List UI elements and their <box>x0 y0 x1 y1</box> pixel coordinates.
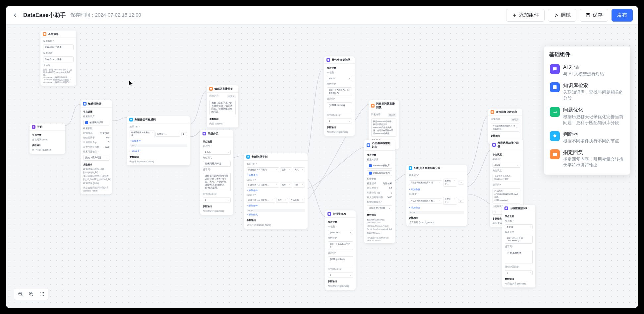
zoom-in-icon <box>29 291 34 297</box>
plus-icon <box>512 13 517 18</box>
debug-button[interactable]: 调试 <box>548 9 576 22</box>
node-judge-has-paragraph[interactable]: 判断是否查询到有分段 如果 (IF) * 产品咨询检索知识库 > 满…长度大于…… <box>406 165 467 226</box>
zoom-out-button[interactable] <box>17 290 24 298</box>
node-judge-sensitive[interactable]: 判断是否有敏感词 如果 (IF) * 敏感词检索 > 检索结果长度大于…1 + … <box>127 116 190 165</box>
fit-icon <box>39 291 44 297</box>
panel-title: 基础组件 <box>548 51 626 58</box>
node-direct-reply[interactable]: 直接回复分段内容 回复内容自定义 产品咨询检索知识库 > 满足直接回… 参数输出… <box>488 109 522 144</box>
kb-icon <box>367 143 370 147</box>
svg-rect-10 <box>492 111 494 113</box>
node-sensitive-kb[interactable]: 敏感词检索 节点设置 检索知识库 敏感词知识库 检索参数 检索模式向量检索 相似… <box>81 100 112 194</box>
panel-item-judge[interactable]: 判断器根据不同条件执行不同的节点 <box>548 128 626 147</box>
node-classify[interactable]: 问题分类 节点设置 AI 模型 * 4.0-8k 角色设定 你来判断大分类 提示… <box>200 130 233 215</box>
node-start[interactable]: 开始 全局变量 当前时间 {time} 参数输出 用户问题 {question} <box>29 123 65 154</box>
panel-item-optimize[interactable]: 问题优化根据历史聊天记录优化完善当前问题，更利于匹配知识库分段 <box>548 104 626 128</box>
zoom-in-button[interactable] <box>28 290 35 298</box>
svg-rect-9 <box>368 144 370 146</box>
svg-rect-7 <box>372 105 374 106</box>
ai-icon <box>327 212 331 216</box>
svg-point-11 <box>493 144 495 146</box>
save-icon <box>585 13 591 18</box>
svg-rect-1 <box>44 33 46 35</box>
judge-icon <box>246 155 250 159</box>
reply-icon <box>371 104 375 108</box>
reply-icon <box>209 87 213 91</box>
svg-rect-3 <box>84 103 86 105</box>
svg-point-5 <box>204 133 205 135</box>
svg-rect-16 <box>553 153 557 156</box>
optimize-icon <box>550 107 560 117</box>
panel-item-kb-search[interactable]: 知识库检索关联知识库，查找与问题相关的分段 <box>548 80 626 104</box>
node-basic-info[interactable]: 基本信息 应用名称 * DataEase小助手 应用描述 DataEase小助手… <box>40 31 76 86</box>
svg-point-6 <box>327 59 329 61</box>
mouse-cursor-icon <box>129 80 133 86</box>
judge-icon <box>409 166 412 170</box>
svg-rect-15 <box>553 85 557 89</box>
ai-icon <box>203 132 206 135</box>
judge-icon <box>550 131 560 141</box>
arrow-left-icon <box>12 12 18 18</box>
reply-icon <box>491 110 494 114</box>
kb-icon <box>83 102 87 106</box>
back-button[interactable] <box>11 11 19 19</box>
node-weather[interactable]: 天气查询提问器 节点设置 AI 模型 * 4.0-8k 角色设定 你是一个气象天… <box>324 56 355 136</box>
reply-icon <box>550 149 560 159</box>
fit-view-button[interactable] <box>38 290 45 298</box>
svg-point-12 <box>505 207 507 209</box>
app-header: DataEase小助手 保存时间：2024-07-02 15:12:00 添加组… <box>6 6 638 25</box>
ai-chat-icon <box>550 64 560 74</box>
svg-marker-2 <box>33 126 34 128</box>
app-title: DataEase小助手 <box>23 11 66 19</box>
node-judge-category[interactable]: 判断问题类别 如果 (IF) * 问题分类 > AI 回复内…包含天气 + 添加… <box>244 153 308 229</box>
judge-icon <box>129 118 133 121</box>
save-time: 保存时间：2024-07-02 15:12:00 <box>70 12 141 18</box>
svg-point-8 <box>328 213 330 215</box>
panel-item-ai-chat[interactable]: AI 对话与 AI 大模型进行对话 <box>548 61 626 80</box>
node-sensitive-reply[interactable]: 敏感词直接回复 回复内容自定义 抱歉，您的问题中含有敏感信息，我无法回答。请重新… <box>207 85 238 127</box>
panel-item-reply[interactable]: 指定回复指定回复内容，引用变量会转换为字符串进行输出 <box>548 147 626 171</box>
component-panel: 基础组件 AI 对话与 AI 大模型进行对话 知识库检索关联知识库，查找与问题相… <box>544 46 630 175</box>
kb-search-icon <box>550 82 560 92</box>
publish-button[interactable]: 发布 <box>612 9 633 22</box>
node-greet-ai[interactable]: 问候类询AI 节点设置 AI 模型 * qwen-plus 角色设定 你是一个D… <box>325 210 356 290</box>
ai-icon <box>326 58 330 62</box>
svg-rect-4 <box>210 88 212 89</box>
ai-icon <box>504 206 508 210</box>
zoom-controls <box>14 288 48 300</box>
play-icon <box>554 13 559 18</box>
start-icon <box>32 125 35 129</box>
ai-icon <box>492 143 496 147</box>
zoom-out-icon <box>18 291 23 297</box>
flow-canvas[interactable]: 基本信息 应用名称 * DataEase小助手 应用描述 DataEase小助手… <box>6 25 638 308</box>
info-icon <box>43 32 46 36</box>
add-component-button[interactable]: 添加组件 <box>506 9 545 22</box>
node-product-kb[interactable]: 产品咨询检索知识库 节点设置 检索知识库 DataEase模板库 DataEas… <box>364 140 395 243</box>
save-button[interactable]: 保存 <box>580 9 608 22</box>
node-no-kb-ai[interactable]: 无检索直接问AI 节点设置 AI 模型 * 4.0-8k 角色设定 你是飞致云公… <box>502 205 535 287</box>
